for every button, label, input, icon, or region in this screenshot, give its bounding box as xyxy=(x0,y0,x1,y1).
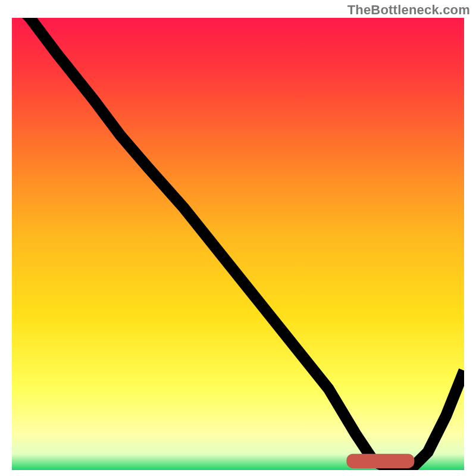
bottleneck-chart-svg xyxy=(12,18,464,470)
watermark-text: TheBottleneck.com xyxy=(347,2,470,18)
chart-stage: TheBottleneck.com xyxy=(0,0,476,476)
optimal-range-marker xyxy=(351,458,410,464)
plot-area xyxy=(12,18,464,470)
